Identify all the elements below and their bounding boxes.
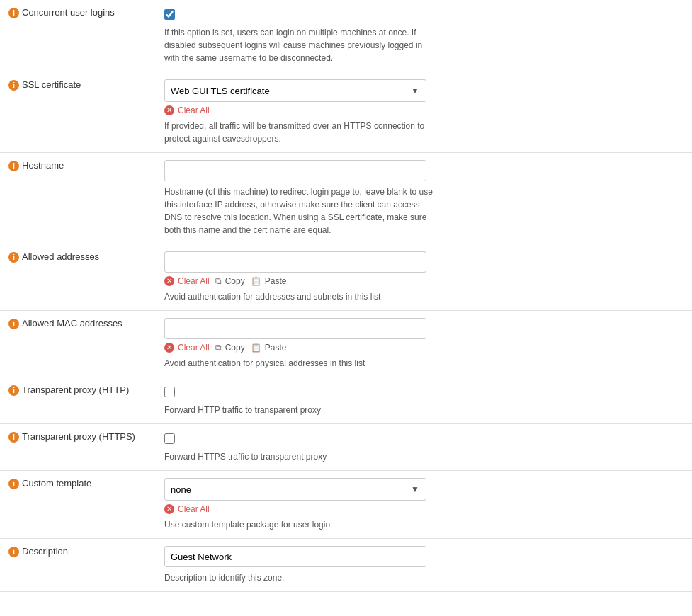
help-text-transparent-proxy-https: Forward HTTPS traffic to transparent pro… xyxy=(164,450,433,463)
label-transparent-proxy-https: iTransparent proxy (HTTPS) xyxy=(0,424,156,471)
label-text-allowed-addresses: Allowed addresses xyxy=(22,251,99,262)
help-text-description: Description to identify this zone. xyxy=(164,571,433,584)
value-cell-transparent-proxy-http: Forward HTTP traffic to transparent prox… xyxy=(156,377,692,424)
clear-all-link-allowed-mac-addresses[interactable]: ✕ Clear All xyxy=(164,343,210,353)
label-text-description: Description xyxy=(22,546,68,557)
copy-link-allowed-mac-addresses[interactable]: ⧉ Copy xyxy=(215,343,245,353)
row-allowed-addresses: iAllowed addresses ✕ Clear All ⧉ Copy 📋 … xyxy=(0,244,692,311)
select-custom-template[interactable]: none xyxy=(164,478,426,501)
label-text-transparent-proxy-http: Transparent proxy (HTTP) xyxy=(22,384,129,395)
paste-label-allowed-addresses: Paste xyxy=(265,276,287,286)
action-row-ssl-certificate: ✕ Clear All xyxy=(164,105,684,115)
label-allowed-addresses: iAllowed addresses xyxy=(0,244,156,311)
label-hostname: iHostname xyxy=(0,153,156,244)
paste-icon-allowed-mac-addresses: 📋 xyxy=(251,343,261,353)
select-ssl-certificate[interactable]: Web GUI TLS certificatenone xyxy=(164,79,426,102)
copy-link-allowed-addresses[interactable]: ⧉ Copy xyxy=(215,276,245,286)
label-ssl-certificate: iSSL certificate xyxy=(0,72,156,153)
copy-icon-allowed-addresses: ⧉ xyxy=(215,276,222,286)
label-text-concurrent-user-logins: Concurrent user logins xyxy=(22,7,115,18)
clear-icon-allowed-addresses: ✕ xyxy=(164,276,174,286)
clear-icon-ssl-certificate: ✕ xyxy=(164,105,174,115)
value-cell-ssl-certificate: Web GUI TLS certificatenone ▼ ✕ Clear Al… xyxy=(156,72,692,153)
help-text-ssl-certificate: If provided, all traffic will be transmi… xyxy=(164,120,433,145)
label-allowed-mac-addresses: iAllowed MAC addresses xyxy=(0,311,156,377)
select-wrapper-custom-template: none ▼ xyxy=(164,478,426,501)
label-text-custom-template: Custom template xyxy=(22,478,91,489)
help-text-concurrent-user-logins: If this option is set, users can login o… xyxy=(164,26,433,64)
info-icon-allowed-addresses: i xyxy=(8,252,19,263)
label-text-transparent-proxy-https: Transparent proxy (HTTPS) xyxy=(22,431,135,442)
row-transparent-proxy-https: iTransparent proxy (HTTPS)Forward HTTPS … xyxy=(0,424,692,471)
checkbox-transparent-proxy-http[interactable] xyxy=(164,387,175,397)
clear-all-link-allowed-addresses[interactable]: ✕ Clear All xyxy=(164,276,210,286)
action-row-custom-template: ✕ Clear All xyxy=(164,504,684,514)
label-text-ssl-certificate: SSL certificate xyxy=(22,79,81,90)
info-icon-ssl-certificate: i xyxy=(8,80,19,91)
value-cell-custom-template: none ▼ ✕ Clear All Use custom template p… xyxy=(156,471,692,539)
info-icon-allowed-mac-addresses: i xyxy=(8,319,19,329)
checkbox-concurrent-user-logins[interactable] xyxy=(164,9,175,20)
label-text-allowed-mac-addresses: Allowed MAC addresses xyxy=(22,318,123,329)
label-text-hostname: Hostname xyxy=(22,160,64,171)
select-wrapper-ssl-certificate: Web GUI TLS certificatenone ▼ xyxy=(164,79,426,102)
clear-all-label-ssl-certificate: Clear All xyxy=(178,105,210,115)
row-allowed-mac-addresses: iAllowed MAC addresses ✕ Clear All ⧉ Cop… xyxy=(0,311,692,377)
label-transparent-proxy-http: iTransparent proxy (HTTP) xyxy=(0,377,156,424)
copy-icon-allowed-mac-addresses: ⧉ xyxy=(215,343,222,353)
clear-all-link-ssl-certificate[interactable]: ✕ Clear All xyxy=(164,105,210,115)
action-row-allowed-addresses: ✕ Clear All ⧉ Copy 📋 Paste xyxy=(164,276,684,286)
clear-all-link-custom-template[interactable]: ✕ Clear All xyxy=(164,504,210,514)
paste-link-allowed-addresses[interactable]: 📋 Paste xyxy=(251,276,287,286)
value-cell-description: Description to identify this zone. xyxy=(156,539,692,592)
clear-all-label-allowed-mac-addresses: Clear All xyxy=(178,343,210,353)
clear-all-label-custom-template: Clear All xyxy=(178,504,210,514)
value-cell-hostname: Hostname (of this machine) to redirect l… xyxy=(156,153,692,244)
label-description: iDescription xyxy=(0,539,156,592)
info-icon-hostname: i xyxy=(8,161,19,171)
help-text-allowed-addresses: Avoid authentication for addresses and s… xyxy=(164,290,433,303)
row-description: iDescriptionDescription to identify this… xyxy=(0,539,692,592)
input-hostname[interactable] xyxy=(164,160,426,181)
info-icon-description: i xyxy=(8,547,19,557)
info-icon-concurrent-user-logins: i xyxy=(8,8,19,18)
row-custom-template: iCustom template none ▼ ✕ Clear All Use … xyxy=(0,471,692,539)
label-concurrent-user-logins: iConcurrent user logins xyxy=(0,0,156,72)
input-allowed-addresses[interactable] xyxy=(164,251,426,273)
clear-all-label-allowed-addresses: Clear All xyxy=(178,276,210,286)
input-allowed-mac-addresses[interactable] xyxy=(164,318,426,339)
help-text-custom-template: Use custom template package for user log… xyxy=(164,518,433,531)
help-text-hostname: Hostname (of this machine) to redirect l… xyxy=(164,186,433,236)
copy-label-allowed-mac-addresses: Copy xyxy=(225,343,245,353)
info-icon-transparent-proxy-http: i xyxy=(8,385,19,396)
value-cell-concurrent-user-logins: If this option is set, users can login o… xyxy=(156,0,692,72)
input-description[interactable] xyxy=(164,546,426,567)
row-concurrent-user-logins: iConcurrent user loginsIf this option is… xyxy=(0,0,692,72)
label-custom-template: iCustom template xyxy=(0,471,156,539)
clear-icon-allowed-mac-addresses: ✕ xyxy=(164,343,174,353)
copy-label-allowed-addresses: Copy xyxy=(225,276,245,286)
paste-icon-allowed-addresses: 📋 xyxy=(251,276,261,286)
action-row-allowed-mac-addresses: ✕ Clear All ⧉ Copy 📋 Paste xyxy=(164,343,684,353)
value-cell-allowed-mac-addresses: ✕ Clear All ⧉ Copy 📋 Paste Avoid authent… xyxy=(156,311,692,377)
value-cell-transparent-proxy-https: Forward HTTPS traffic to transparent pro… xyxy=(156,424,692,471)
clear-icon-custom-template: ✕ xyxy=(164,504,174,514)
help-text-allowed-mac-addresses: Avoid authentication for physical addres… xyxy=(164,357,433,370)
info-icon-custom-template: i xyxy=(8,479,19,489)
paste-link-allowed-mac-addresses[interactable]: 📋 Paste xyxy=(251,343,287,353)
row-ssl-certificate: iSSL certificate Web GUI TLS certificate… xyxy=(0,72,692,153)
value-cell-allowed-addresses: ✕ Clear All ⧉ Copy 📋 Paste Avoid authent… xyxy=(156,244,692,311)
help-text-transparent-proxy-http: Forward HTTP traffic to transparent prox… xyxy=(164,404,433,416)
checkbox-transparent-proxy-https[interactable] xyxy=(164,433,175,444)
row-transparent-proxy-http: iTransparent proxy (HTTP)Forward HTTP tr… xyxy=(0,377,692,424)
row-hostname: iHostnameHostname (of this machine) to r… xyxy=(0,153,692,244)
info-icon-transparent-proxy-https: i xyxy=(8,432,19,443)
paste-label-allowed-mac-addresses: Paste xyxy=(265,343,287,353)
settings-table: iConcurrent user loginsIf this option is… xyxy=(0,0,692,592)
